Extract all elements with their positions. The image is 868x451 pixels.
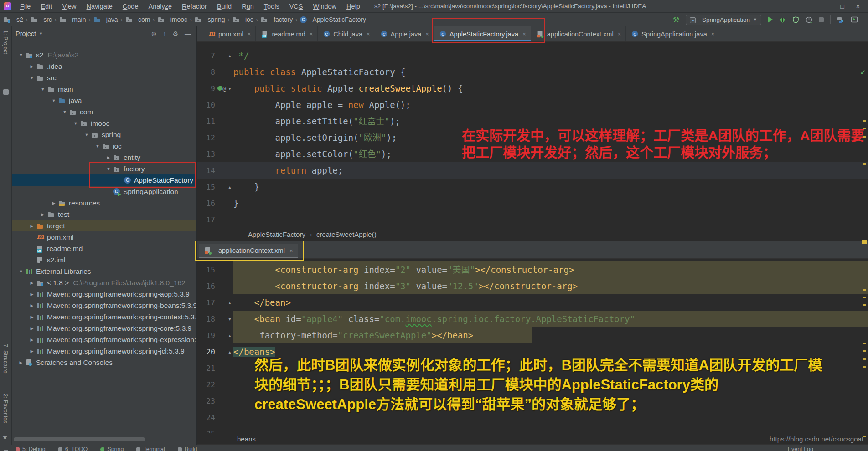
menu-item-file[interactable]: File [16, 1, 35, 11]
tree-item-java[interactable]: ▼java [12, 95, 196, 106]
tree-item-springapplication[interactable]: SpringApplication [12, 186, 196, 197]
minimize-button[interactable]: – [825, 3, 829, 10]
code-text[interactable] [233, 425, 868, 433]
favorites-star-icon[interactable]: ★ [2, 434, 8, 441]
tree-closed-arrow-icon[interactable]: ▶ [38, 212, 47, 217]
code-text[interactable]: return apple; [233, 162, 868, 179]
coverage-button[interactable] [792, 16, 799, 23]
tree-item-external-libraries[interactable]: ▼External Libraries [12, 266, 196, 277]
tree-closed-arrow-icon[interactable]: ▶ [27, 64, 36, 69]
breadcrumb-item-com[interactable]: com [125, 16, 150, 23]
status-tool-spring[interactable]: Spring [100, 446, 124, 451]
menu-item-code[interactable]: Code [119, 1, 143, 11]
run-button[interactable] [768, 16, 773, 23]
tree-open-arrow-icon[interactable]: ▼ [60, 110, 69, 114]
tree-item-ioc[interactable]: ▼ioc [12, 140, 196, 152]
tree-closed-arrow-icon[interactable]: ▶ [27, 303, 36, 308]
close-icon[interactable]: × [289, 247, 293, 254]
tree-item-maven-org.springframework-spring-aop-5.3.9[interactable]: ▶Maven: org.springframework:spring-aop:5… [12, 288, 196, 300]
tree-open-arrow-icon[interactable]: ▼ [16, 269, 26, 274]
menu-item-vcs[interactable]: VCS [285, 1, 307, 11]
fold-up-icon[interactable]: ▴ [226, 333, 233, 338]
code-text[interactable]: <bean id="apple4" class="com.imooc.sprin… [233, 311, 868, 327]
status-tool-build[interactable]: Build [178, 446, 197, 451]
tree-horizontal-scrollbar[interactable] [14, 437, 145, 441]
menu-item-run[interactable]: Run [238, 1, 258, 11]
tree-item--1.8-[interactable]: ▶< 1.8 >C:\Program Files\Java\jdk1.8.0_1… [12, 277, 196, 288]
tree-closed-arrow-icon[interactable]: ▶ [27, 349, 36, 354]
java-breadcrumb-item[interactable]: AppleStaticFactory [248, 231, 305, 238]
code-text[interactable]: } [233, 179, 868, 195]
breadcrumb-item-java[interactable]: java [93, 16, 118, 23]
code-text[interactable] [233, 393, 868, 409]
tree-item-s2.iml[interactable]: s2.iml [12, 254, 196, 266]
close-icon[interactable]: × [618, 31, 621, 37]
code-text[interactable]: } [233, 195, 868, 211]
status-tool-6-todo[interactable]: 6: TODO [58, 446, 88, 451]
tree-closed-arrow-icon[interactable]: ▶ [49, 201, 58, 205]
xml-breadcrumb-item[interactable]: beans [237, 435, 256, 443]
menu-item-navigate[interactable]: Navigate [83, 1, 117, 11]
tab-applestaticfactory-java[interactable]: AppleStaticFactory.java× [434, 26, 531, 41]
breadcrumb-item-s2[interactable]: s2 [4, 16, 23, 23]
code-text[interactable]: public class AppleStaticFactory { [233, 64, 868, 80]
java-breadcrumb-item[interactable]: createSweetApple() [316, 231, 377, 238]
chevron-down-icon[interactable]: ▼ [39, 31, 43, 36]
tree-item-readme.md[interactable]: readme.md [12, 243, 196, 254]
tree-closed-arrow-icon[interactable]: ▶ [27, 338, 36, 342]
code-text[interactable]: factory-method="createSweetApple"></bean… [233, 327, 868, 343]
stop-button[interactable] [819, 17, 824, 22]
code-text[interactable]: apple.setTitle("红富士"); [233, 113, 868, 129]
tree-item-main[interactable]: ▼main [12, 83, 196, 95]
tree-item-imooc[interactable]: ▼imooc [12, 118, 196, 129]
spring-bean-icon[interactable] [217, 86, 222, 91]
tree-closed-arrow-icon[interactable]: ▶ [16, 360, 26, 365]
tree-closed-arrow-icon[interactable]: ▶ [27, 292, 36, 297]
code-text[interactable]: */ [233, 47, 868, 64]
tree-item-.idea[interactable]: ▶.idea [12, 61, 196, 72]
tree-item-test[interactable]: ▶test [12, 209, 196, 220]
java-editor[interactable]: 在实际开发中，可以这样理解；工厂类是A团队的工作，A团队需要把工厂模块开发好；然… [197, 42, 868, 228]
tree-item-pom.xml[interactable]: pom.xml [12, 231, 196, 243]
tab-apple-java[interactable]: Apple.java× [375, 26, 434, 41]
menu-item-refactor[interactable]: Refactor [178, 1, 211, 11]
code-text[interactable]: public static Apple createSweetApple() { [233, 80, 868, 97]
fold-up-icon[interactable]: ▴ [226, 184, 233, 190]
fold-down-icon[interactable]: ▾ [226, 317, 233, 322]
code-text[interactable]: <constructor-arg index="3" value="12.5">… [233, 278, 868, 294]
code-text[interactable] [233, 376, 868, 393]
tree-item-maven-org.springframework-spring-expression-5.3.9[interactable]: ▶Maven: org.springframework:spring-expre… [12, 334, 196, 345]
breadcrumb-item-applestaticfactory[interactable]: AppleStaticFactory [300, 16, 366, 23]
menu-item-build[interactable]: Build [213, 1, 236, 11]
tree-closed-arrow-icon[interactable]: ▶ [27, 315, 36, 319]
tree-closed-arrow-icon[interactable]: ▶ [27, 281, 36, 285]
close-icon[interactable]: × [310, 31, 313, 37]
code-text[interactable] [233, 211, 868, 228]
menu-item-window[interactable]: Window [309, 1, 341, 11]
menu-item-tools[interactable]: Tools [260, 1, 284, 11]
tree-open-arrow-icon[interactable]: ▼ [82, 133, 91, 137]
tree-open-arrow-icon[interactable]: ▼ [38, 87, 47, 92]
menu-item-analyze[interactable]: Analyze [145, 1, 176, 11]
tab-readme-md[interactable]: readme.md× [256, 26, 318, 41]
debug-button[interactable] [779, 16, 786, 23]
close-icon[interactable]: × [522, 31, 526, 37]
code-text[interactable] [233, 409, 868, 425]
tree-item-factory[interactable]: ▼factory [12, 163, 196, 174]
menu-item-view[interactable]: View [58, 1, 80, 11]
tree-open-arrow-icon[interactable]: ▼ [93, 144, 102, 149]
tree-item-applestaticfactory[interactable]: AppleStaticFactory [12, 174, 196, 186]
close-button[interactable]: × [856, 3, 860, 10]
tree-open-arrow-icon[interactable]: ▼ [71, 121, 80, 126]
tab-springapplication-java[interactable]: SpringApplication.java× [626, 26, 719, 41]
tree-item-s2[interactable]: ▼s2E:\java\s2 [12, 49, 196, 61]
code-text[interactable]: </beans> [233, 343, 868, 360]
code-text[interactable] [233, 360, 868, 376]
tree-closed-arrow-icon[interactable]: ▶ [27, 224, 36, 228]
menu-item-help[interactable]: Help [342, 1, 364, 11]
tree-item-resources[interactable]: ▶resources [12, 197, 196, 209]
tool-button-structure[interactable]: 7: Structure [2, 344, 9, 374]
tree-item-src[interactable]: ▼src [12, 72, 196, 83]
tree-closed-arrow-icon[interactable]: ▶ [27, 326, 36, 331]
tool-button-favorites[interactable]: 2: Favorites [2, 394, 9, 423]
